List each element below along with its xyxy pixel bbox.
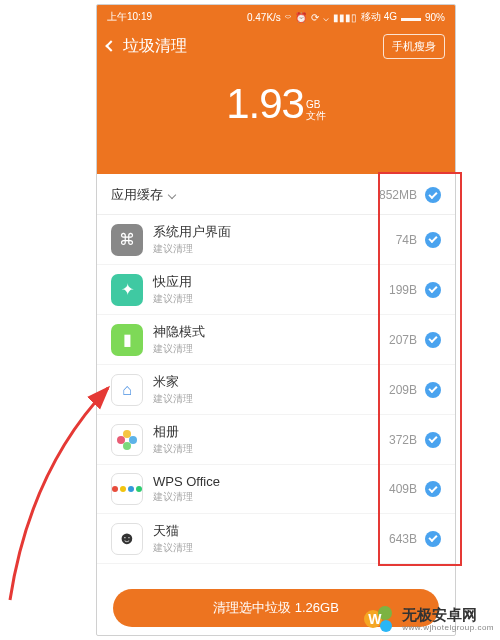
- summary-unit: GB: [306, 99, 320, 110]
- watermark-sub: www.wjhotelgroup.com: [402, 624, 494, 633]
- app-check-icon[interactable]: [425, 382, 441, 398]
- app-info: 快应用建议清理: [153, 273, 389, 306]
- status-bar: 上午10:19 0.47K/s ⌔ ⏰ ⟳ ⌵ ▮▮▮▯ 移动 4G ▬▬ 90…: [97, 5, 455, 25]
- category-row[interactable]: 应用缓存 852MB: [97, 174, 455, 215]
- summary-value: 1.93: [226, 83, 304, 125]
- app-info: 米家建议清理: [153, 373, 389, 406]
- app-row[interactable]: ▮神隐模式建议清理207B: [97, 315, 455, 365]
- app-name: 天猫: [153, 522, 389, 540]
- header-area: 上午10:19 0.47K/s ⌔ ⏰ ⟳ ⌵ ▮▮▮▯ 移动 4G ▬▬ 90…: [97, 5, 455, 174]
- status-time: 上午10:19: [107, 10, 152, 24]
- app-size: 209B: [389, 383, 417, 397]
- status-battery: 90%: [425, 12, 445, 23]
- app-check-icon[interactable]: [425, 481, 441, 497]
- app-row[interactable]: 相册建议清理372B: [97, 415, 455, 465]
- app-info: 神隐模式建议清理: [153, 323, 389, 356]
- app-icon: ☻: [111, 523, 143, 555]
- app-name: WPS Office: [153, 474, 389, 489]
- app-sub: 建议清理: [153, 292, 389, 306]
- alarm-icon: ⏰: [295, 12, 307, 23]
- app-info: WPS Office建议清理: [153, 474, 389, 504]
- app-size: 409B: [389, 482, 417, 496]
- app-check-icon[interactable]: [425, 531, 441, 547]
- watermark-logo-icon: W: [364, 604, 396, 636]
- app-list: ⌘系统用户界面建议清理74B✦快应用建议清理199B▮神隐模式建议清理207B⌂…: [97, 215, 455, 564]
- sync-icon: ⟳: [311, 12, 319, 23]
- app-size: 199B: [389, 283, 417, 297]
- app-name: 米家: [153, 373, 389, 391]
- content-area: 应用缓存 852MB ⌘系统用户界面建议清理74B✦快应用建议清理199B▮神隐…: [97, 174, 455, 564]
- title-left: 垃圾清理: [107, 36, 187, 57]
- app-sub: 建议清理: [153, 541, 389, 555]
- summary-number: 1.93 GB 文件: [97, 61, 455, 125]
- category-size: 852MB: [379, 188, 417, 202]
- app-check-icon[interactable]: [425, 232, 441, 248]
- app-row[interactable]: WPS Office建议清理409B: [97, 465, 455, 514]
- status-right: 0.47K/s ⌔ ⏰ ⟳ ⌵ ▮▮▮▯ 移动 4G ▬▬ 90%: [247, 10, 445, 24]
- status-speed: 0.47K/s: [247, 12, 281, 23]
- bluetooth-icon: ⌔: [285, 12, 291, 23]
- app-icon: ▮: [111, 324, 143, 356]
- category-check-icon[interactable]: [425, 187, 441, 203]
- app-check-icon[interactable]: [425, 282, 441, 298]
- summary-sub: 文件: [306, 110, 326, 121]
- app-size: 207B: [389, 333, 417, 347]
- app-name: 相册: [153, 423, 389, 441]
- app-icon: ⌂: [111, 374, 143, 406]
- app-size: 74B: [396, 233, 417, 247]
- app-sub: 建议清理: [153, 442, 389, 456]
- status-carrier: 移动 4G: [361, 10, 397, 24]
- chevron-down-icon: [168, 191, 176, 199]
- app-sub: 建议清理: [153, 490, 389, 504]
- app-name: 快应用: [153, 273, 389, 291]
- app-name: 系统用户界面: [153, 223, 396, 241]
- watermark: W 无极安卓网 www.wjhotelgroup.com: [364, 604, 494, 636]
- app-row[interactable]: ⌘系统用户界面建议清理74B: [97, 215, 455, 265]
- title-row: 垃圾清理 手机瘦身: [97, 25, 455, 61]
- app-info: 相册建议清理: [153, 423, 389, 456]
- phone-slim-button[interactable]: 手机瘦身: [383, 34, 445, 59]
- category-label: 应用缓存: [111, 186, 163, 204]
- app-icon: [111, 473, 143, 505]
- app-check-icon[interactable]: [425, 332, 441, 348]
- app-icon: ✦: [111, 274, 143, 306]
- app-check-icon[interactable]: [425, 432, 441, 448]
- app-info: 天猫建议清理: [153, 522, 389, 555]
- app-sub: 建议清理: [153, 392, 389, 406]
- app-size: 643B: [389, 532, 417, 546]
- app-name: 神隐模式: [153, 323, 389, 341]
- battery-icon: ▬▬: [401, 12, 421, 23]
- signal-icon: ▮▮▮▯: [333, 12, 357, 23]
- app-sub: 建议清理: [153, 342, 389, 356]
- app-row[interactable]: ☻天猫建议清理643B: [97, 514, 455, 564]
- app-size: 372B: [389, 433, 417, 447]
- app-sub: 建议清理: [153, 242, 396, 256]
- page-title: 垃圾清理: [123, 36, 187, 57]
- watermark-main: 无极安卓网: [402, 607, 494, 624]
- back-icon[interactable]: [105, 40, 116, 51]
- app-info: 系统用户界面建议清理: [153, 223, 396, 256]
- app-icon: ⌘: [111, 224, 143, 256]
- app-icon: [111, 424, 143, 456]
- app-row[interactable]: ⌂米家建议清理209B: [97, 365, 455, 415]
- app-row[interactable]: ✦快应用建议清理199B: [97, 265, 455, 315]
- wifi-icon: ⌵: [323, 12, 329, 23]
- phone-frame: 上午10:19 0.47K/s ⌔ ⏰ ⟳ ⌵ ▮▮▮▯ 移动 4G ▬▬ 90…: [96, 4, 456, 636]
